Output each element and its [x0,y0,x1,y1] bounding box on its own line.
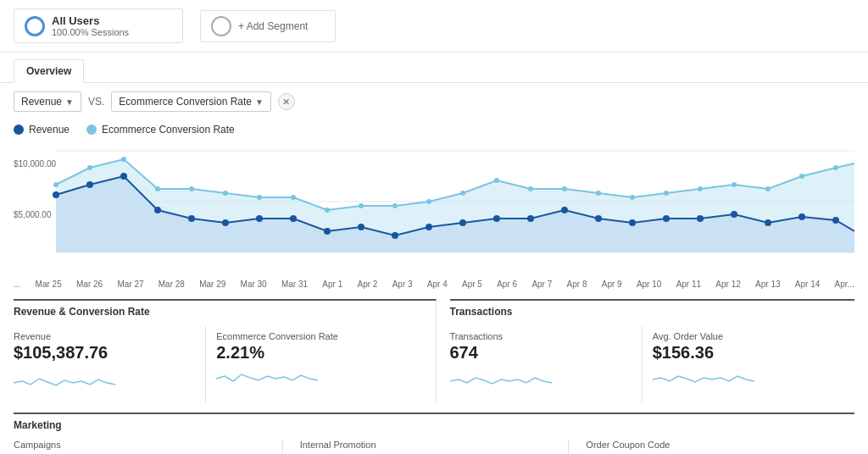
svg-point-30 [87,165,92,170]
metric1-dropdown[interactable]: Revenue ▼ [14,91,81,112]
legend-conversion-label: Ecommerce Conversion Rate [102,124,235,136]
avg-order-sparkline [653,366,754,391]
clear-button[interactable]: ✕ [278,93,295,110]
svg-point-16 [426,224,432,230]
stats-sections: Revenue & Conversion Rate Revenue $105,3… [0,299,868,402]
marketing-title: Marketing [14,419,854,431]
svg-point-9 [188,215,195,222]
revenue-stats-grid: Revenue $105,387.76 Ecommerce Conversion… [14,326,419,402]
svg-point-40 [426,199,431,204]
transactions-value: 674 [450,343,632,363]
legend-revenue-label: Revenue [29,124,70,136]
campaigns-title: Campaigns [14,440,265,450]
svg-point-28 [832,217,839,224]
marketing-section: Marketing Campaigns 230 Transactions $28… [14,412,854,454]
conversion-sparkline [216,366,318,391]
avg-order-value: $156.36 [653,343,834,363]
svg-point-37 [325,208,330,213]
all-users-segment[interactable]: All Users 100.00% Sessions [14,8,183,43]
revenue-label: Revenue [14,331,195,341]
x-label: Apr 11 [676,280,701,289]
revenue-sparkline [14,366,115,391]
svg-point-22 [629,219,636,226]
marketing-grid: Campaigns 230 Transactions $28,072.24 Re… [14,440,854,454]
segment-circle-icon [25,16,45,36]
internal-col: Internal Promotion 0 Impressions [300,440,570,454]
conversion-dot-icon [86,125,97,135]
svg-point-24 [697,215,704,222]
svg-point-46 [630,195,635,200]
svg-point-12 [290,215,297,222]
revenue-section: Revenue & Conversion Rate Revenue $105,3… [14,299,437,402]
x-label: Apr 10 [637,280,661,289]
x-label: Mar 27 [117,280,143,289]
svg-point-51 [799,174,804,179]
metric2-arrow-icon: ▼ [255,97,264,107]
svg-point-18 [493,215,500,222]
svg-point-26 [765,219,771,226]
segment-sessions: 100.00% Sessions [52,27,129,37]
metric2-dropdown[interactable]: Ecommerce Conversion Rate ▼ [111,91,271,112]
svg-point-39 [392,203,398,208]
add-segment-label: + Add Segment [238,20,308,32]
svg-point-38 [359,203,364,208]
chart-svg [14,142,854,261]
svg-point-17 [459,219,466,226]
conversion-value: 2.21% [216,343,398,363]
svg-point-41 [460,191,465,196]
x-label: Apr 9 [602,280,622,289]
revenue-dot-icon [14,125,24,135]
svg-point-10 [222,219,229,226]
svg-point-6 [86,181,93,188]
transactions-stats-grid: Transactions 674 Avg. Order Value $156.3… [450,326,855,402]
tab-overview[interactable]: Overview [14,59,84,83]
transactions-stat-card: Transactions 674 [450,326,643,402]
transactions-label: Transactions [450,331,632,341]
avg-order-stat-card: Avg. Order Value $156.36 [653,326,844,402]
svg-point-43 [528,186,533,191]
add-segment-button[interactable]: + Add Segment [200,10,336,42]
metric2-label: Ecommerce Conversion Rate [119,96,252,108]
svg-point-19 [527,215,534,222]
svg-point-48 [698,186,703,191]
svg-point-21 [595,215,602,222]
y-axis-mid-label: $5,000.00 [14,210,52,219]
svg-point-20 [561,207,568,213]
tab-bar: Overview [0,53,868,83]
svg-point-29 [53,182,58,187]
svg-point-50 [765,186,771,191]
y-axis-top-label: $10,000.00 [14,159,56,169]
transactions-section-title: Transactions [450,306,855,318]
svg-point-8 [154,207,161,213]
svg-point-27 [798,213,805,220]
svg-point-5 [53,191,59,198]
x-label: Apr 8 [567,280,587,289]
controls-row: Revenue ▼ VS. Ecommerce Conversion Rate … [0,83,868,120]
svg-point-44 [562,186,567,191]
legend-revenue: Revenue [14,124,70,136]
x-label: Mar 28 [159,280,185,289]
x-label: Mar 31 [281,280,308,289]
x-label: Mar 30 [241,280,267,289]
coupon-col: Order Coupon Code 0 Transactions $0.00 R… [586,440,854,454]
x-label: ... [14,280,20,289]
x-label: Apr 12 [715,280,740,289]
segment-bar: All Users 100.00% Sessions + Add Segment [0,0,868,53]
revenue-value: $105,387.76 [14,343,195,363]
chart-container: $10,000.00 $5,000.00 [0,142,868,278]
svg-point-23 [663,215,670,222]
x-label: Apr 5 [462,280,482,289]
svg-point-35 [257,195,262,200]
x-label: Mar 25 [36,280,62,289]
legend-conversion: Ecommerce Conversion Rate [86,124,235,136]
conversion-stat-card: Ecommerce Conversion Rate 2.21% [216,326,408,402]
svg-point-34 [223,191,228,196]
vs-label: VS. [88,96,104,108]
metric1-arrow-icon: ▼ [65,97,74,107]
campaigns-col: Campaigns 230 Transactions $28,072.24 Re… [14,440,283,454]
svg-point-45 [596,191,601,196]
x-label: Apr 6 [497,280,517,289]
svg-point-25 [731,211,737,218]
x-label: Apr 2 [358,280,378,289]
svg-point-7 [120,173,127,180]
